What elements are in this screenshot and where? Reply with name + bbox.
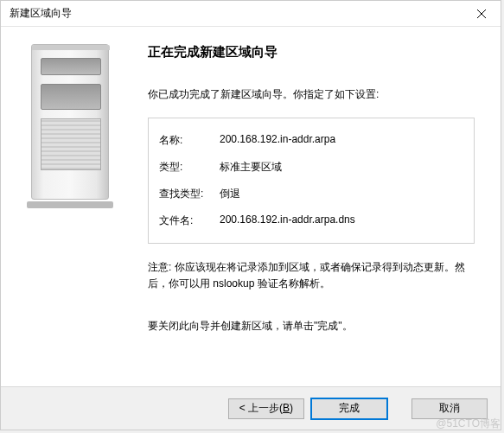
page-title: 正在完成新建区域向导 [148,44,475,60]
label-lookup: 查找类型: [159,187,220,201]
label-file: 文件名: [159,213,220,228]
value-name: 200.168.192.in-addr.arpa [220,133,463,148]
button-bar: < 上一步(B) 完成 取消 [1,386,501,430]
cancel-button[interactable]: 取消 [411,398,488,419]
closing-text: 要关闭此向导并创建新区域，请单击"完成"。 [148,318,475,334]
note-text: 注意: 你应该现在将记录添加到区域，或者确保记录得到动态更新。然后，你可以用 n… [148,259,475,292]
server-icon [14,44,126,217]
window-title: 新建区域向导 [10,6,72,21]
wizard-dialog: 新建区域向导 正在完成新建区域向导 你已成功完成了新建区域向导。你指定了如下设置… [0,0,501,430]
summary-row-file: 文件名: 200.168.192.in-addr.arpa.dns [159,207,463,234]
close-icon [477,10,486,18]
finish-button[interactable]: 完成 [311,398,387,419]
wizard-sidebar [1,27,139,386]
settings-summary-box: 名称: 200.168.192.in-addr.arpa 类型: 标准主要区域 … [148,118,475,244]
label-type: 类型: [159,160,220,175]
close-button[interactable] [462,1,501,27]
summary-intro: 你已成功完成了新建区域向导。你指定了如下设置: [148,86,475,102]
back-button[interactable]: < 上一步(B) [228,398,304,419]
summary-row-lookup: 查找类型: 倒退 [159,181,463,207]
value-type: 标准主要区域 [220,160,463,175]
summary-row-type: 类型: 标准主要区域 [159,154,463,181]
wizard-main: 正在完成新建区域向导 你已成功完成了新建区域向导。你指定了如下设置: 名称: 2… [139,27,501,386]
summary-row-name: 名称: 200.168.192.in-addr.arpa [159,127,463,154]
content-area: 正在完成新建区域向导 你已成功完成了新建区域向导。你指定了如下设置: 名称: 2… [1,27,501,386]
label-name: 名称: [159,133,220,148]
titlebar: 新建区域向导 [1,1,501,27]
value-file: 200.168.192.in-addr.arpa.dns [220,213,463,228]
value-lookup: 倒退 [220,187,463,201]
